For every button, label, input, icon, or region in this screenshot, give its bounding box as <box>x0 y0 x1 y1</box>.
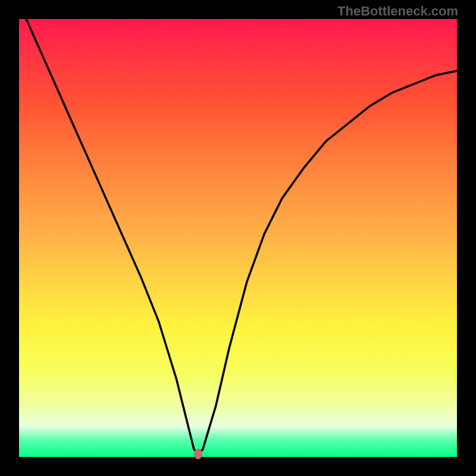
watermark-text: TheBottleneck.com <box>337 4 458 19</box>
bottleneck-curve <box>18 18 458 454</box>
curve-svg <box>18 18 458 458</box>
chart-container: TheBottleneck.com <box>0 0 476 476</box>
minimum-marker <box>194 449 202 459</box>
